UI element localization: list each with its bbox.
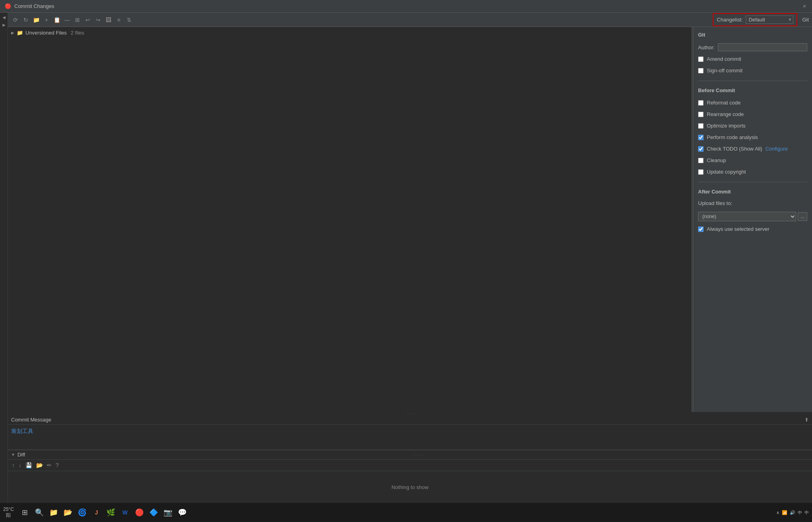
taskbar-chrome-red-button[interactable]: 🔴 bbox=[133, 506, 146, 519]
after-commit-title: After Commit bbox=[698, 189, 807, 195]
taskbar-edge-button[interactable]: 🌀 bbox=[76, 506, 89, 519]
diff-help-icon[interactable]: ? bbox=[55, 461, 60, 469]
rearrange-checkbox[interactable] bbox=[698, 112, 704, 117]
amend-commit-label[interactable]: Amend commit bbox=[707, 56, 741, 62]
analyze-checkbox[interactable] bbox=[698, 135, 704, 140]
toolbar-icon-grid[interactable]: ⊞ bbox=[73, 15, 82, 24]
rearrange-row: Rearrange code bbox=[698, 110, 807, 118]
toolbar-icon-list[interactable]: ≡ bbox=[114, 15, 123, 24]
signoff-commit-label[interactable]: Sign-off commit bbox=[707, 68, 743, 73]
tree-expand-icon: ▶ bbox=[11, 31, 14, 35]
commit-message-input[interactable]: 筹划工具 bbox=[8, 425, 812, 449]
diff-up-icon[interactable]: ↑ bbox=[11, 461, 15, 469]
taskbar-start-button[interactable]: ⊞ bbox=[19, 506, 31, 519]
optimize-checkbox[interactable] bbox=[698, 123, 704, 129]
analyze-row: Perform code analysis bbox=[698, 133, 807, 141]
diff-header[interactable]: ▼ Diff · · · · · bbox=[8, 450, 812, 460]
diff-toolbar: ↑ ↓ 💾 📂 ✏ ? bbox=[8, 460, 812, 471]
rearrange-label[interactable]: Rearrange code bbox=[707, 111, 744, 117]
taskbar-location: 阳 bbox=[6, 512, 11, 519]
diff-empty-content: Nothing to show bbox=[8, 471, 812, 503]
diff-arrow-icon: ▼ bbox=[11, 452, 15, 457]
upload-more-btn[interactable]: ... bbox=[798, 212, 807, 221]
reformat-label[interactable]: Reformat code bbox=[707, 100, 741, 106]
author-row: Author: bbox=[698, 43, 807, 51]
always-use-server-row: Always use selected server bbox=[698, 225, 807, 233]
commit-message-section: Commit Message ⬆ 筹划工具 bbox=[8, 415, 812, 450]
git-label: Git bbox=[802, 17, 809, 23]
git-section-title: Git bbox=[698, 32, 807, 38]
unversioned-files-item[interactable]: ▶ 📁 Unversioned Files 2 files bbox=[8, 29, 691, 37]
taskbar-speaker-icon: 🔊 bbox=[790, 510, 795, 515]
taskbar-search-button[interactable]: 🔍 bbox=[33, 506, 46, 519]
commit-message-icon[interactable]: ⬆ bbox=[804, 417, 809, 423]
taskbar-expand-icon[interactable]: ∧ bbox=[776, 510, 779, 515]
changelist-dropdown[interactable]: Default ▼ bbox=[746, 15, 793, 24]
toolbar-icon-refresh[interactable]: ↻ bbox=[21, 15, 30, 24]
toolbar-icon-filter[interactable]: ⇅ bbox=[125, 15, 133, 24]
right-panel: Git Author: Amend commit Sign-off commit bbox=[693, 27, 812, 412]
author-input[interactable] bbox=[718, 43, 807, 51]
side-icon-2[interactable]: ◀ bbox=[2, 23, 6, 28]
toolbar-icon-move[interactable]: 📋 bbox=[52, 15, 61, 24]
horizontal-resize-handle[interactable]: · · · · · bbox=[8, 412, 812, 415]
taskbar-git-button[interactable]: 🌿 bbox=[104, 506, 117, 519]
toolbar-icon-arrow[interactable]: ⟳ bbox=[11, 15, 20, 24]
divider-2 bbox=[698, 182, 807, 182]
checktodo-label[interactable]: Check TODO (Show All) bbox=[707, 146, 762, 152]
taskbar-ime[interactable]: 中 bbox=[798, 510, 802, 516]
always-use-server-label[interactable]: Always use selected server bbox=[707, 226, 770, 232]
copyright-row: Update copyright bbox=[698, 168, 807, 176]
toolbar-icon-remove[interactable]: — bbox=[63, 15, 71, 24]
changelist-area: Changelist: Default ▼ bbox=[713, 13, 797, 26]
divider-1 bbox=[698, 81, 807, 81]
configure-link[interactable]: Configure bbox=[766, 146, 788, 152]
taskbar-idea-button[interactable]: J bbox=[90, 506, 103, 519]
diff-resize-dots: · · · · · bbox=[413, 452, 424, 457]
upload-select[interactable]: (none) bbox=[698, 212, 796, 221]
optimize-label[interactable]: Optimize imports bbox=[707, 123, 746, 129]
title-bar-left: 🔴 Commit Changes bbox=[5, 3, 54, 10]
taskbar-folder-button[interactable]: 📂 bbox=[62, 506, 74, 519]
toolbar-icon-undo[interactable]: ↩ bbox=[83, 15, 92, 24]
cleanup-label[interactable]: Cleanup bbox=[707, 157, 726, 163]
signoff-commit-row: Sign-off commit bbox=[698, 67, 807, 74]
taskbar-sys-area: ∧ 📶 🔊 中 中 bbox=[776, 510, 809, 516]
taskbar-app-blue-button[interactable]: 🔷 bbox=[147, 506, 160, 519]
changelist-select[interactable]: Default bbox=[746, 15, 793, 24]
window-controls: ✕ bbox=[802, 4, 807, 9]
toolbar-icon-folder[interactable]: 📁 bbox=[32, 15, 41, 24]
checktodo-checkbox[interactable] bbox=[698, 146, 704, 152]
side-icon-1[interactable]: ▶ bbox=[2, 16, 6, 20]
copyright-label[interactable]: Update copyright bbox=[707, 169, 746, 175]
upper-section: ▶ 📁 Unversioned Files 2 files Git Author… bbox=[8, 27, 812, 412]
taskbar-app-camera-button[interactable]: 📷 bbox=[162, 506, 174, 519]
diff-edit-icon[interactable]: ✏ bbox=[46, 461, 52, 469]
taskbar-wechat-button[interactable]: 💬 bbox=[176, 506, 189, 519]
diff-section: ▼ Diff · · · · · ↑ ↓ 💾 📂 ✏ ? Nothing to … bbox=[8, 450, 812, 503]
diff-save-icon[interactable]: 💾 bbox=[25, 461, 33, 469]
diff-open-icon[interactable]: 📂 bbox=[35, 461, 44, 469]
toolbar-icon-add[interactable]: + bbox=[42, 15, 51, 24]
content-area: ⟳ ↻ 📁 + 📋 — ⊞ ↩ ↪ 🖼 ≡ ⇅ Changelist: Defa… bbox=[8, 13, 812, 503]
taskbar-word-button[interactable]: W bbox=[119, 506, 131, 519]
amend-commit-checkbox[interactable] bbox=[698, 56, 704, 62]
commit-message-header: Commit Message ⬆ bbox=[8, 415, 812, 425]
reformat-checkbox[interactable] bbox=[698, 100, 704, 106]
copyright-checkbox[interactable] bbox=[698, 169, 704, 175]
taskbar-explorer-button[interactable]: 📁 bbox=[47, 506, 60, 519]
analyze-label[interactable]: Perform code analysis bbox=[707, 134, 758, 140]
author-label: Author: bbox=[698, 44, 715, 50]
diff-label: Diff bbox=[17, 452, 25, 458]
cleanup-checkbox[interactable] bbox=[698, 158, 704, 163]
title-bar: 🔴 Commit Changes ✕ bbox=[0, 0, 812, 13]
amend-commit-row: Amend commit bbox=[698, 55, 807, 63]
signoff-commit-checkbox[interactable] bbox=[698, 68, 704, 73]
toolbar-icon-redo[interactable]: ↪ bbox=[94, 15, 102, 24]
diff-down-icon[interactable]: ↓ bbox=[18, 461, 22, 469]
close-button[interactable]: ✕ bbox=[802, 4, 807, 9]
toolbar-icon-image[interactable]: 🖼 bbox=[104, 15, 113, 24]
always-use-server-checkbox[interactable] bbox=[698, 226, 704, 232]
upload-row: (none) ... bbox=[698, 212, 807, 221]
taskbar: 25°C 阳 ⊞ 🔍 📁 📂 🌀 J 🌿 W 🔴 🔷 📷 💬 ∧ 📶 🔊 中 中 bbox=[0, 503, 812, 522]
